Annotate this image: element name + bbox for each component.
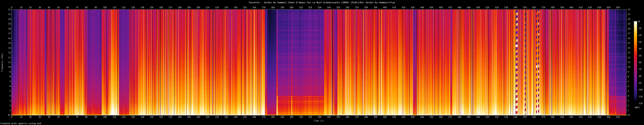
x-tick-mark-top (404, 9, 404, 10)
y-tick-mark-right (626, 106, 628, 106)
x-tick-label-top: 530 (502, 6, 510, 9)
x-tick-mark-top (77, 9, 77, 10)
x-tick-label-top: 330 (316, 6, 324, 9)
y-tick-label-left: 4 (3, 95, 11, 97)
x-tick-label-top: 50 (54, 6, 62, 9)
x-tick-label-bottom: 490 (464, 116, 473, 119)
x-tick-label-top: 150 (148, 6, 156, 9)
x-tick-label-top: 300 (288, 6, 296, 9)
x-tick-mark-top (282, 9, 282, 10)
x-tick-label-top: 160 (157, 6, 165, 9)
x-tick-label-top: 520 (493, 6, 501, 9)
y-tick-label-left: 17 (3, 32, 11, 35)
x-tick-label-top: 560 (530, 6, 538, 9)
y-tick-mark-right (626, 58, 628, 58)
y-tick-label-left: 22 (3, 8, 11, 11)
x-tick-label-top: 250 (241, 6, 249, 9)
x-tick-label-top: 580 (548, 6, 557, 9)
x-tick-mark-top (161, 9, 161, 10)
x-tick-label-bottom: 260 (250, 116, 258, 119)
x-tick-label-top: 230 (222, 6, 230, 9)
x-tick-label-bottom: 50 (54, 116, 62, 119)
page-title: Tourette - Jardin Du Sommeil Chant D'Amo… (0, 1, 644, 4)
y-tick-label-left: 8 (3, 76, 11, 78)
y-tick-mark-right (626, 38, 628, 39)
x-tick-label-top: 140 (138, 6, 146, 9)
x-tick-mark-top (394, 9, 394, 10)
x-tick-label-bottom: 310 (297, 116, 305, 119)
y-tick-label-left: 19 (3, 23, 11, 25)
x-tick-label-top: 200 (194, 6, 202, 9)
x-tick-label-bottom: 600 (567, 116, 576, 119)
colorbar-tick-label: +0 (638, 20, 644, 23)
x-tick-mark-top (21, 9, 21, 10)
sox-spectrogram-screen: Tourette - Jardin Du Sommeil Chant D'Amo… (0, 0, 644, 125)
x-tick-mark-top (590, 9, 590, 10)
y-tick-mark-left (11, 33, 12, 34)
colorbar-tick-label: -40 (638, 48, 644, 50)
colorbar-tick-label: -50 (638, 55, 644, 57)
y-tick-label-right: DC (628, 114, 636, 117)
y-tick-mark-right (626, 86, 628, 87)
y-tick-label-left: 9 (3, 71, 11, 73)
x-tick-mark-top (30, 9, 30, 10)
y-tick-mark-left (11, 48, 12, 48)
x-tick-label-bottom: 630 (595, 116, 604, 119)
x-tick-mark-top (562, 9, 562, 10)
y-tick-label-right: 21 (628, 13, 636, 15)
x-tick-label-bottom: 500 (474, 116, 482, 119)
x-tick-label-top: 320 (306, 6, 314, 9)
x-tick-mark-top (338, 9, 338, 10)
x-tick-mark-top (198, 9, 198, 10)
x-tick-label-bottom: 620 (586, 116, 594, 119)
x-tick-label-top: 170 (166, 6, 174, 9)
y-tick-label-left: 10 (3, 66, 11, 68)
x-tick-label-top: 210 (204, 6, 212, 9)
y-tick-label-left: 11 (3, 61, 11, 64)
x-tick-mark-top (497, 9, 497, 10)
x-tick-mark-top (254, 9, 254, 10)
x-tick-mark-top (515, 9, 516, 10)
x-tick-label-bottom: 290 (278, 116, 286, 119)
x-tick-label-top: 650 (614, 6, 622, 9)
x-tick-label-top: 130 (129, 6, 137, 9)
x-tick-label-bottom: 30 (36, 116, 44, 119)
x-tick-label-top: 340 (325, 6, 333, 9)
x-tick-label-bottom: 530 (502, 116, 510, 119)
credit-text: Created with spectro using SoX (0, 122, 41, 125)
x-tick-label-bottom: 560 (530, 116, 538, 119)
x-tick-mark-top (264, 9, 264, 10)
x-tick-label-top: 450 (427, 6, 436, 9)
x-tick-label-bottom: 330 (316, 116, 324, 119)
x-tick-label-top: 270 (260, 6, 268, 9)
x-tick-label-bottom: 80 (82, 116, 90, 119)
x-tick-mark-top (581, 9, 581, 10)
x-tick-mark-top (478, 9, 478, 10)
x-tick-mark-top (68, 9, 68, 10)
x-tick-label-bottom: 10 (17, 116, 25, 119)
y-tick-mark-left (11, 106, 12, 106)
x-tick-label-top: 460 (437, 6, 445, 9)
y-tick-label-left: 20 (3, 18, 11, 20)
x-tick-label-bottom: 520 (493, 116, 501, 119)
x-tick-label-bottom: 280 (269, 116, 277, 119)
x-tick-label-top: 380 (362, 6, 370, 9)
y-tick-label-left: 13 (3, 52, 11, 54)
x-tick-label-bottom: 190 (185, 116, 193, 119)
x-tick-label-bottom: 20 (26, 116, 34, 119)
x-tick-label-bottom: 340 (325, 116, 333, 119)
x-tick-label-top: 480 (455, 6, 464, 9)
x-tick-mark-top (413, 9, 413, 10)
x-tick-label-top: 370 (353, 6, 361, 9)
x-tick-mark-top (460, 9, 460, 10)
x-tick-label-bottom: 200 (194, 116, 202, 119)
x-tick-label-top: 420 (400, 6, 408, 9)
y-tick-mark-left (11, 101, 12, 101)
x-tick-label-top: 280 (269, 6, 277, 9)
spectrogram-canvas (12, 10, 626, 115)
x-tick-label-top: 590 (558, 6, 566, 9)
x-tick-mark-top (357, 9, 357, 10)
y-tick-mark-left (11, 58, 12, 58)
x-tick-label-top: 290 (278, 6, 286, 9)
y-tick-mark-right (626, 24, 628, 24)
